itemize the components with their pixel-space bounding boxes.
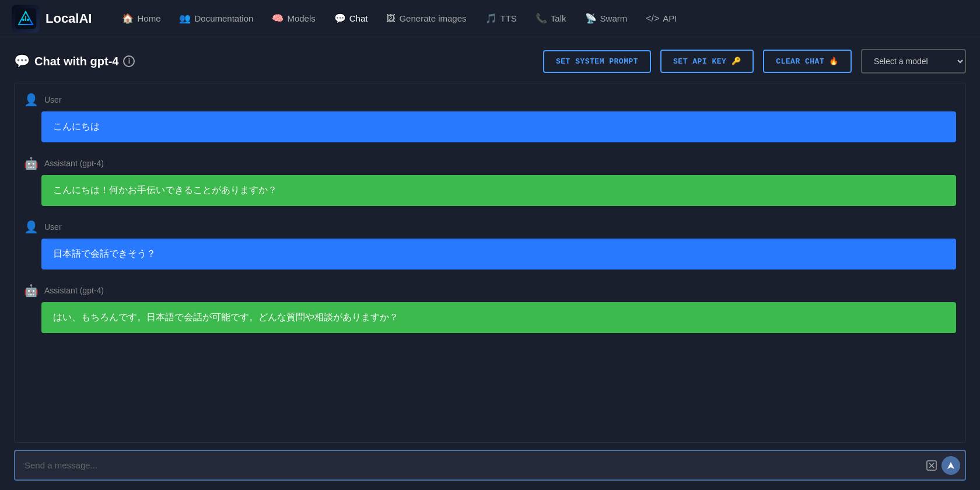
message-group: 👤 User 日本語で会話できそう？ [24,220,956,270]
svg-marker-8 [947,462,954,469]
nav-api[interactable]: </> API [638,9,685,29]
documentation-icon: 👥 [179,13,191,24]
message-author: 👤 User [24,220,956,234]
logo-icon [12,5,40,33]
message-author: 👤 User [24,93,956,107]
message-author: 🤖 Assistant (gpt-4) [24,156,956,170]
nav-links: 🏠 Home 👥 Documentation 🧠 Models 💬 Chat 🖼… [114,8,968,29]
assistant-avatar: 🤖 [24,156,38,170]
nav-swarm[interactable]: 📡 Swarm [577,8,636,29]
assistant-bubble: はい、もちろんです。日本語で会話が可能です。どんな質問や相談がありますか？ [41,302,956,333]
set-api-key-button[interactable]: SET API KEY 🔑 [660,50,754,73]
message-author: 🤖 Assistant (gpt-4) [24,284,956,298]
chat-header: 💬 Chat with gpt-4 i SET SYSTEM PROMPT SE… [14,49,966,74]
nav-documentation[interactable]: 👥 Documentation [171,8,261,29]
chat-icon: 💬 [334,13,346,24]
models-icon: 🧠 [272,13,284,24]
message-group: 🤖 Assistant (gpt-4) はい、もちろんです。日本語で会話が可能で… [24,284,956,333]
logo-text: LocalAI [46,11,92,26]
svg-point-3 [22,19,24,21]
generate-images-icon: 🖼 [386,13,396,24]
navbar: LocalAI 🏠 Home 👥 Documentation 🧠 Models … [0,0,980,37]
assistant-bubble: こんにちは！何かお手伝いできることがありますか？ [41,175,956,206]
user-bubble: 日本語で会話できそう？ [41,239,956,270]
message-input[interactable] [20,453,922,477]
main-content: 💬 Chat with gpt-4 i SET SYSTEM PROMPT SE… [0,37,980,490]
api-icon: </> [646,13,659,24]
send-message-button[interactable] [942,456,960,475]
swarm-icon: 📡 [585,13,597,24]
user-avatar: 👤 [24,220,38,234]
clear-input-button[interactable] [922,456,942,475]
tts-icon: 🎵 [485,13,497,24]
nav-talk[interactable]: 📞 Talk [527,8,575,29]
nav-home[interactable]: 🏠 Home [114,8,169,29]
nav-chat[interactable]: 💬 Chat [326,8,376,29]
assistant-avatar: 🤖 [24,284,38,298]
home-icon: 🏠 [122,13,134,24]
send-icon [946,461,956,470]
model-select[interactable]: Select a model [861,49,966,74]
input-bar [14,450,966,481]
svg-point-4 [27,19,29,21]
nav-models[interactable]: 🧠 Models [264,8,323,29]
clear-chat-button[interactable]: CLEAR CHAT 🔥 [763,50,852,73]
user-bubble: こんにちは [41,111,956,142]
chat-title-icon: 💬 [14,54,30,69]
set-system-prompt-button[interactable]: SET SYSTEM PROMPT [543,50,651,73]
chat-title: 💬 Chat with gpt-4 i [14,54,135,69]
clear-input-icon [925,459,938,472]
message-group: 🤖 Assistant (gpt-4) こんにちは！何かお手伝いできることがあり… [24,156,956,206]
user-avatar: 👤 [24,93,38,107]
nav-generate-images[interactable]: 🖼 Generate images [378,9,474,29]
chat-area[interactable]: 👤 User こんにちは 🤖 Assistant (gpt-4) こんにちは！何… [14,83,966,443]
message-group: 👤 User こんにちは [24,93,956,142]
talk-icon: 📞 [536,13,547,24]
logo[interactable]: LocalAI [12,5,92,33]
nav-tts[interactable]: 🎵 TTS [477,8,525,29]
info-icon[interactable]: i [123,55,135,67]
